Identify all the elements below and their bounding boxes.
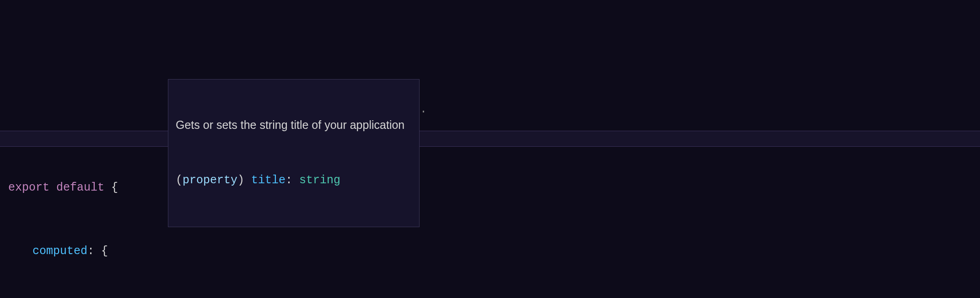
hover-tooltip: Gets or sets the string title of your ap… <box>168 79 420 227</box>
code-line[interactable]: computed: { <box>8 244 980 260</box>
tooltip-propname: title <box>251 174 285 187</box>
tooltip-description: Gets or sets the string title of your ap… <box>176 117 412 133</box>
code-editor[interactable]: export default { computed: { // Add a co… <box>0 64 980 298</box>
keyword-default: default <box>56 180 104 196</box>
tooltip-colon: : <box>285 174 299 187</box>
tooltip-signature: (property) title: string <box>176 172 412 188</box>
punctuation: : { <box>87 243 108 259</box>
brace: { <box>104 180 118 196</box>
tooltip-paren: ( <box>176 174 183 187</box>
keyword-export: export <box>8 180 49 196</box>
current-line-highlight <box>0 131 980 147</box>
trailing-dot: . <box>420 101 427 117</box>
tooltip-paren: ) <box>237 174 244 187</box>
tooltip-kind: property <box>183 174 237 187</box>
tooltip-type: string <box>299 174 340 187</box>
property-computed: computed <box>32 243 87 259</box>
code-line[interactable]: export default { <box>8 180 980 196</box>
